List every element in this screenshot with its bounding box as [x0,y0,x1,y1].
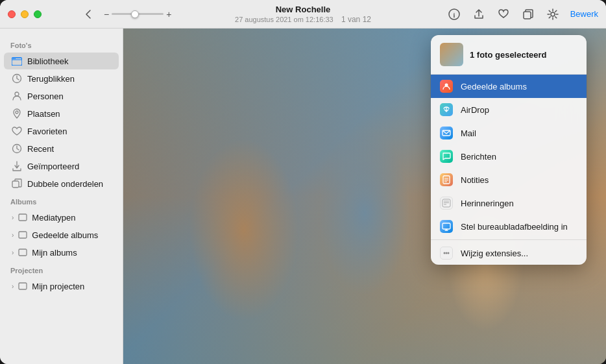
zoom-slider-track[interactable] [112,13,164,15]
svg-rect-34 [442,223,450,229]
svg-point-3 [551,12,555,16]
main-window: − + New Rochelle 27 augustus 2021 om 12:… [0,0,606,364]
gedeelde-albums-menu-label: Gedeelde albums [461,82,527,91]
share-menu-item-berichten[interactable]: Berichten [431,145,587,168]
nav-controls: − + [80,6,171,22]
share-header: 1 foto geselecteerd [431,35,587,75]
share-menu-item-airdrop[interactable]: AirDrop [431,98,587,121]
mijn-projecten-chevron: › [12,283,14,290]
sidebar-item-mijn-projecten[interactable]: › Mijn projecten [4,278,119,295]
airdrop-menu-icon [440,103,453,116]
sidebar-item-plaatsen[interactable]: Plaatsen [4,105,119,122]
plaatsen-icon [12,108,22,119]
svg-rect-21 [19,232,27,238]
share-header-text: 1 foto geselecteerd [470,50,547,60]
airdrop-menu-label: AirDrop [461,105,489,115]
sidebar-item-mediatypen[interactable]: › Mediatypen [4,209,119,226]
share-menu-item-mail[interactable]: Mail [431,121,587,145]
favorieten-label: Favorieten [27,127,67,136]
albums-section-label: Albums [0,193,123,208]
info-button[interactable]: i [447,7,461,21]
sidebar-item-recent[interactable]: Recent [4,140,119,157]
gedeelde-albums-menu-icon [440,80,453,93]
sidebar-item-dubbele[interactable]: Dubbele onderdelen [4,175,119,192]
share-menu-item-gedeelde-albums[interactable]: Gedeelde albums [431,75,587,98]
wijzig-menu-icon [440,247,453,260]
svg-text:i: i [453,11,455,18]
plaatsen-label: Plaatsen [27,109,60,119]
dubbele-icon [12,178,22,189]
recent-icon [12,143,22,154]
photo-title: New Rochelle [235,5,371,14]
recent-label: Recent [27,144,54,154]
titlebar: − + New Rochelle 27 augustus 2021 om 12:… [0,0,606,29]
titlebar-center: New Rochelle 27 augustus 2021 om 12:16:3… [235,5,371,24]
minimize-button[interactable] [21,10,29,18]
share-button[interactable] [472,7,486,21]
mijn-albums-label: Mijn albums [32,248,77,258]
svg-point-13 [13,58,14,60]
sidebar-item-gedeelde-albums[interactable]: › Gedeelde albums [4,226,119,243]
terugblikken-label: Terugblikken [27,74,75,84]
bureaublad-menu-icon [440,220,453,233]
wijzig-menu-label: Wijzig extensies... [461,249,528,258]
share-menu-divider [431,239,587,240]
geimporteerd-icon [12,161,22,171]
back-button[interactable] [80,6,96,22]
svg-point-39 [448,252,450,254]
share-menu-item-herinneringen[interactable]: Herinneringen [431,191,587,215]
mediatypen-chevron: › [12,214,14,221]
notities-menu-icon [440,173,453,186]
gedeelde-albums-chevron: › [12,232,14,239]
zoom-slider-thumb[interactable] [131,10,139,18]
herinneringen-menu-icon [440,197,453,210]
share-dropdown: 1 foto geselecteerd Gedeelde albums AirD… [431,35,587,265]
photo-area: 1 foto geselecteerd Gedeelde albums AirD… [123,29,606,364]
zoom-minus-button[interactable]: − [104,9,109,19]
photo-date: 27 augustus 2021 om 12:16:33 [235,16,333,23]
share-menu-item-bureaublad[interactable]: Stel bureaubladafbeelding in [431,215,587,238]
svg-point-16 [15,92,19,96]
sidebar-item-mijn-albums[interactable]: › Mijn albums [4,244,119,261]
main-content: Foto's Bibliotheek Terugblikken Personen [0,29,606,364]
share-menu-item-wijzig[interactable]: Wijzig extensies... [431,241,587,265]
personen-label: Personen [27,91,64,101]
gedeelde-albums-icon [18,230,28,240]
mijn-projecten-icon [18,281,28,291]
titlebar-actions: i [447,7,598,21]
bureaublad-menu-label: Stel bureaubladafbeelding in [461,222,568,232]
terugblikken-icon [12,73,22,84]
mediatypen-label: Mediatypen [32,213,75,223]
favorite-button[interactable] [496,7,511,21]
sidebar: Foto's Bibliotheek Terugblikken Personen [0,29,123,364]
mail-menu-icon [440,127,453,140]
smart-button[interactable] [546,7,560,21]
sidebar-item-favorieten[interactable]: Favorieten [4,123,119,140]
photo-counter: 1 van 12 [341,15,371,24]
mail-menu-label: Mail [461,128,476,138]
sidebar-item-terugblikken[interactable]: Terugblikken [4,70,119,87]
duplicate-button[interactable] [521,7,535,21]
berichten-menu-label: Berichten [461,152,496,162]
geimporteerd-label: Geïmporteerd [27,162,79,171]
zoom-plus-button[interactable]: + [166,9,171,19]
bewerk-button[interactable]: Bewerk [570,9,598,19]
share-menu-item-notities[interactable]: Notities [431,168,587,191]
dubbele-label: Dubbele onderdelen [27,179,103,189]
svg-point-14 [14,58,16,60]
zoom-control: − + [104,9,171,19]
svg-line-9 [555,16,556,18]
mijn-projecten-label: Mijn projecten [32,282,84,291]
sidebar-item-geimporteerd[interactable]: Geïmporteerd [4,158,119,175]
close-button[interactable] [8,10,16,18]
share-thumbnail [440,43,463,66]
sidebar-item-personen[interactable]: Personen [4,88,119,104]
svg-rect-20 [19,214,27,221]
svg-point-37 [444,252,446,254]
bibliotheek-label: Bibliotheek [27,56,69,66]
personen-icon [12,91,22,101]
maximize-button[interactable] [34,10,42,18]
mijn-albums-chevron: › [12,249,14,256]
sidebar-item-bibliotheek[interactable]: Bibliotheek [4,53,119,69]
svg-rect-19 [12,181,19,188]
